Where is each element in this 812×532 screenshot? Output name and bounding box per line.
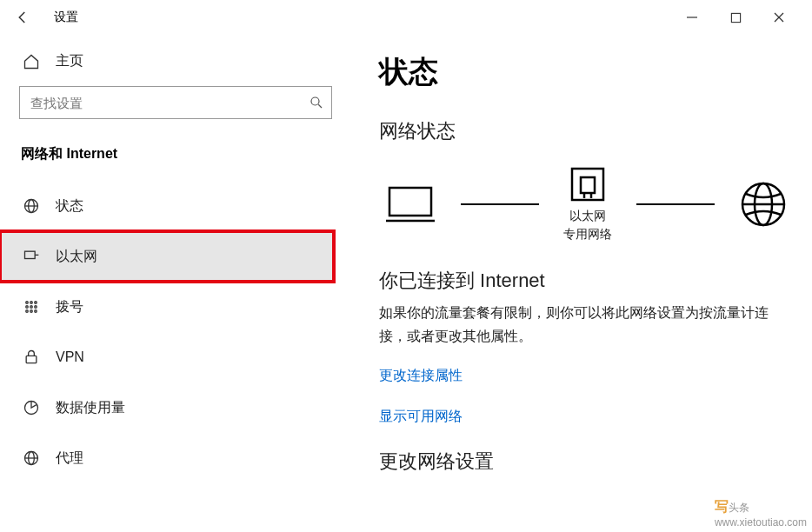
svg-point-13 xyxy=(35,306,37,309)
svg-point-12 xyxy=(30,306,33,309)
data-usage-icon xyxy=(23,399,40,416)
search-box[interactable] xyxy=(19,86,332,119)
status-icon xyxy=(23,197,40,215)
diagram-label-1: 以太网 xyxy=(563,207,612,225)
nav-item-dialup[interactable]: 拨号 xyxy=(0,282,334,332)
ethernet-port-icon xyxy=(569,165,607,203)
nav-item-proxy[interactable]: 代理 xyxy=(0,433,334,483)
watermark-url: www.xietoutiao.com xyxy=(715,516,807,529)
section-header: 网络和 Internet xyxy=(19,145,353,163)
dialup-icon xyxy=(23,298,40,316)
svg-rect-25 xyxy=(389,188,431,216)
watermark: 写头条 www.xietoutiao.com xyxy=(715,498,807,529)
proxy-icon xyxy=(23,449,40,467)
nav-label: 状态 xyxy=(56,197,83,216)
svg-point-18 xyxy=(30,310,33,313)
computer-icon xyxy=(384,183,436,226)
window-title: 设置 xyxy=(54,10,78,25)
watermark-text: 头条 xyxy=(729,502,749,514)
svg-rect-20 xyxy=(26,356,37,362)
back-button[interactable] xyxy=(9,3,37,31)
maximize-button[interactable] xyxy=(727,9,744,26)
connected-heading: 你已连接到 Internet xyxy=(379,268,795,294)
nav-item-vpn[interactable]: VPN xyxy=(0,332,334,382)
vpn-icon xyxy=(23,349,40,366)
svg-point-11 xyxy=(26,306,29,309)
show-available-networks-link[interactable]: 显示可用网络 xyxy=(379,408,795,426)
svg-point-14 xyxy=(26,302,29,304)
nav-label: 数据使用量 xyxy=(56,399,125,417)
connection-line xyxy=(636,203,715,205)
svg-point-15 xyxy=(30,302,33,304)
connection-line xyxy=(461,203,539,205)
watermark-brand: 写 xyxy=(715,499,729,514)
network-diagram: 以太网 专用网络 xyxy=(379,165,795,243)
home-label: 主页 xyxy=(56,52,83,70)
change-connection-properties-link[interactable]: 更改连接属性 xyxy=(379,367,795,385)
connected-description: 如果你的流量套餐有限制，则你可以将此网络设置为按流量计连接，或者更改其他属性。 xyxy=(379,301,788,348)
nav-label: 代理 xyxy=(56,449,83,468)
globe-icon xyxy=(739,180,788,229)
ethernet-icon xyxy=(23,248,40,265)
title-bar: 设置 xyxy=(0,0,812,35)
minimize-button[interactable] xyxy=(683,9,701,26)
svg-rect-1 xyxy=(731,13,740,22)
nav-label: VPN xyxy=(56,349,84,365)
nav-item-data-usage[interactable]: 数据使用量 xyxy=(0,382,334,433)
svg-rect-27 xyxy=(572,169,603,200)
close-button[interactable] xyxy=(770,9,788,26)
svg-point-4 xyxy=(311,97,319,105)
search-icon xyxy=(309,95,324,110)
diagram-label-2: 专用网络 xyxy=(563,225,612,243)
sidebar: 主页 网络和 Internet 状态 以太网 拨号 xyxy=(0,35,353,532)
nav-item-status[interactable]: 状态 xyxy=(0,181,334,231)
home-icon xyxy=(23,53,40,70)
svg-point-16 xyxy=(35,302,37,304)
main-content: 状态 网络状态 以太网 专用网络 你已连接到 Internet 如果你 xyxy=(353,35,812,532)
nav-label: 拨号 xyxy=(56,298,83,316)
svg-point-17 xyxy=(26,310,29,313)
nav-label: 以太网 xyxy=(56,248,97,266)
nav-item-ethernet[interactable]: 以太网 xyxy=(0,231,334,282)
svg-line-5 xyxy=(318,104,322,108)
network-status-heading: 网络状态 xyxy=(379,118,795,144)
page-title: 状态 xyxy=(379,52,795,92)
svg-rect-28 xyxy=(581,177,595,193)
change-network-settings-heading: 更改网络设置 xyxy=(379,449,795,475)
search-input[interactable] xyxy=(30,96,309,110)
window-controls xyxy=(683,9,803,26)
home-nav[interactable]: 主页 xyxy=(19,43,353,86)
svg-rect-9 xyxy=(25,251,36,258)
svg-point-19 xyxy=(35,310,37,313)
